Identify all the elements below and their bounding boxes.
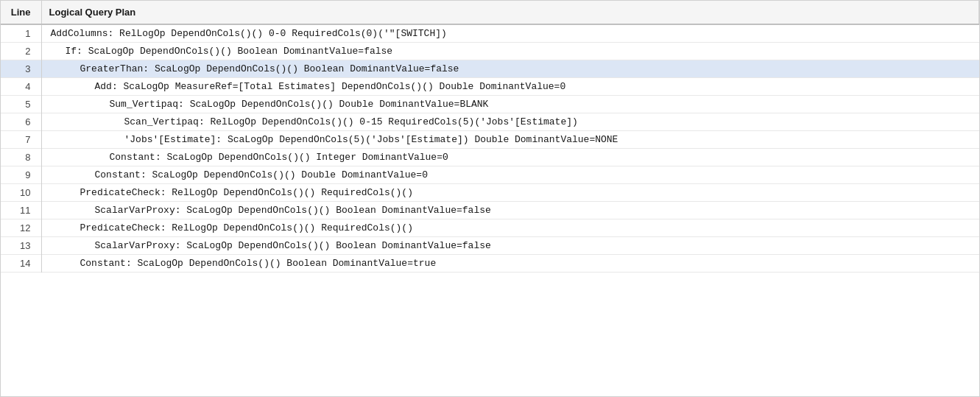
line-number: 1 <box>1 24 41 43</box>
query-plan-table: Line Logical Query Plan 1AddColumns: Rel… <box>1 1 979 273</box>
table-row: 14Constant: ScaLogOp DependOnCols()() Bo… <box>1 255 979 273</box>
table-row: 8Constant: ScaLogOp DependOnCols()() Int… <box>1 149 979 166</box>
col-header-line: Line <box>1 1 41 24</box>
table-row: 11ScalarVarProxy: ScaLogOp DependOnCols(… <box>1 202 979 219</box>
plan-content: AddColumns: RelLogOp DependOnCols()() 0-… <box>41 24 979 43</box>
line-number: 6 <box>1 113 41 131</box>
plan-content: PredicateCheck: RelLogOp DependOnCols()(… <box>41 219 979 237</box>
table-header-row: Line Logical Query Plan <box>1 1 979 24</box>
plan-content: Constant: ScaLogOp DependOnCols()() Doub… <box>41 166 979 184</box>
line-number: 12 <box>1 219 41 237</box>
table-row: 5Sum_Vertipaq: ScaLogOp DependOnCols()()… <box>1 96 979 113</box>
plan-content: Constant: ScaLogOp DependOnCols()() Inte… <box>41 149 979 166</box>
plan-content: GreaterThan: ScaLogOp DependOnCols()() B… <box>41 60 979 78</box>
table-row: 7'Jobs'[Estimate]: ScaLogOp DependOnCols… <box>1 131 979 149</box>
line-number: 9 <box>1 166 41 184</box>
line-number: 2 <box>1 43 41 60</box>
table-row: 9Constant: ScaLogOp DependOnCols()() Dou… <box>1 166 979 184</box>
plan-content: Scan_Vertipaq: RelLogOp DependOnCols()()… <box>41 113 979 131</box>
table-row: 4Add: ScaLogOp MeasureRef=[Total Estimat… <box>1 78 979 96</box>
table-row: 6Scan_Vertipaq: RelLogOp DependOnCols()(… <box>1 113 979 131</box>
plan-content: If: ScaLogOp DependOnCols()() Boolean Do… <box>41 43 979 60</box>
table-row: 12PredicateCheck: RelLogOp DependOnCols(… <box>1 219 979 237</box>
line-number: 5 <box>1 96 41 113</box>
table-row: 2If: ScaLogOp DependOnCols()() Boolean D… <box>1 43 979 60</box>
plan-content: 'Jobs'[Estimate]: ScaLogOp DependOnCols(… <box>41 131 979 149</box>
plan-content: Sum_Vertipaq: ScaLogOp DependOnCols()() … <box>41 96 979 113</box>
line-number: 8 <box>1 149 41 166</box>
table-row: 3GreaterThan: ScaLogOp DependOnCols()() … <box>1 60 979 78</box>
plan-content: ScalarVarProxy: ScaLogOp DependOnCols()(… <box>41 202 979 219</box>
line-number: 13 <box>1 237 41 255</box>
query-plan-container: Line Logical Query Plan 1AddColumns: Rel… <box>0 0 980 397</box>
table-row: 1AddColumns: RelLogOp DependOnCols()() 0… <box>1 24 979 43</box>
plan-content: Add: ScaLogOp MeasureRef=[Total Estimate… <box>41 78 979 96</box>
plan-content: Constant: ScaLogOp DependOnCols()() Bool… <box>41 255 979 273</box>
line-number: 4 <box>1 78 41 96</box>
table-row: 13ScalarVarProxy: ScaLogOp DependOnCols(… <box>1 237 979 255</box>
line-number: 11 <box>1 202 41 219</box>
line-number: 7 <box>1 131 41 149</box>
col-header-plan: Logical Query Plan <box>41 1 979 24</box>
plan-content: ScalarVarProxy: ScaLogOp DependOnCols()(… <box>41 237 979 255</box>
table-row: 10PredicateCheck: RelLogOp DependOnCols(… <box>1 184 979 202</box>
line-number: 3 <box>1 60 41 78</box>
plan-content: PredicateCheck: RelLogOp DependOnCols()(… <box>41 184 979 202</box>
line-number: 14 <box>1 255 41 273</box>
line-number: 10 <box>1 184 41 202</box>
